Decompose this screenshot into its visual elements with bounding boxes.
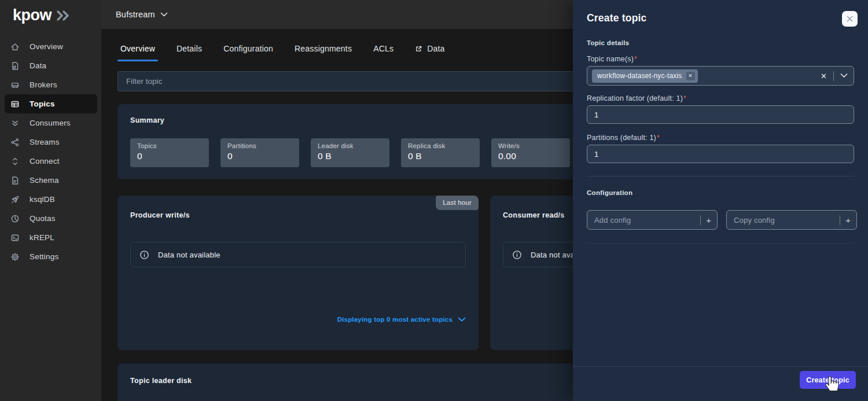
kpow-logo: kpow [13,6,71,24]
sidebar-item-consumers[interactable]: Consumers [5,113,97,133]
field-label-text: Topic name(s) [587,55,634,63]
partitions-input[interactable] [587,145,854,163]
stat-value: 0 [227,151,292,161]
sidebar-item-settings[interactable]: Settings [5,247,97,266]
stat-value: 0 B [318,151,382,161]
create-topic-button[interactable]: Create topic [800,371,856,389]
copy-config-select[interactable]: Copy config + [726,210,857,230]
tab-label: Details [176,44,202,53]
connect-icon [10,157,20,166]
replication-factor-label: Replication factor (default: 1)* [587,94,686,102]
sidebar-item-streams[interactable]: Streams [5,133,97,152]
close-icon [846,15,854,23]
replication-factor-input[interactable] [587,105,854,124]
sidebar-item-topics[interactable]: Topics [5,94,97,113]
tab-acls[interactable]: ACLs [373,44,393,61]
ksqldb-icon [10,195,20,204]
sidebar-item-data[interactable]: Data [5,56,97,75]
alert-message: Data not available [158,251,220,259]
sidebar-item-schema[interactable]: Schema [5,171,97,190]
kpow-logo-text: kpow [13,6,52,24]
select-placeholder: Add config [594,216,631,225]
brokers-icon [10,80,20,90]
tab-label: Data [427,44,444,53]
field-label-text: Replication factor (default: 1) [587,94,683,102]
stat-topics: Topics 0 [130,138,209,167]
sidebar-item-brokers[interactable]: Brokers [5,75,97,94]
producer-panel-title: Producer write/s [130,211,190,219]
sidebar-item-label: Brokers [30,80,57,89]
stat-replica-disk: Replica disk 0 B [401,138,480,167]
stat-value: 0.00 [498,151,563,161]
tab-data[interactable]: Data [415,44,444,61]
stat-label: Topics [137,142,202,149]
sidebar-item-ksqldb[interactable]: ksqlDB [5,190,97,209]
chevron-down-icon[interactable] [160,12,168,17]
chevron-down-icon[interactable] [840,73,848,78]
streams-icon [10,138,20,147]
sidebar-item-quotas[interactable]: Quotas [5,209,97,228]
tab-label: Reassignments [295,44,352,53]
tab-label: Configuration [223,44,273,53]
topic-details-section-label: Topic details [587,39,629,46]
section-divider [587,243,854,244]
configuration-section-label: Configuration [587,189,632,196]
sidebar-item-label: Consumers [30,119,71,127]
summary-stats: Topics 0 Partitions 0 Leader disk 0 B Re… [130,138,570,167]
create-topic-drawer: Create topic Topic details Topic name(s)… [573,0,868,401]
sidebar-item-label: kREPL [30,233,54,242]
topic-name-multiselect[interactable]: workflow-dataset-nyc-taxis ✕ ✕ [587,66,854,86]
tab-configuration[interactable]: Configuration [223,44,273,61]
divider [840,215,840,225]
external-link-icon [415,45,422,53]
topic-tabs: Overview Details Configuration Reassignm… [120,44,445,61]
sidebar-nav: Overview Data Brokers Topics Consumers S… [5,37,97,266]
field-label-text: Partitions (default: 1) [587,134,656,142]
schema-icon [10,176,20,185]
required-mark: * [634,55,637,63]
cluster-selector[interactable]: Bufstream [116,10,155,19]
sidebar-item-krepl[interactable]: kREPL [5,228,97,247]
add-config-select[interactable]: Add config + [587,210,718,230]
sidebar-item-label: ksqlDB [30,195,55,204]
quotas-icon [10,214,20,223]
top-active-topics-link[interactable]: Displaying top 0 most active topics [337,316,466,323]
required-mark: * [683,94,686,102]
tab-details[interactable]: Details [176,44,202,61]
consumer-panel-title: Consumer read/s [503,211,565,219]
sidebar: kpow Overview Data Brokers Top [0,0,101,401]
stat-value: 0 B [408,151,473,161]
tab-reassignments[interactable]: Reassignments [295,44,352,61]
data-icon [10,61,20,71]
sidebar-item-label: Settings [30,252,58,261]
footer-divider [573,366,868,367]
stat-label: Replica disk [408,142,473,149]
sidebar-item-label: Quotas [30,214,56,223]
producer-writes-panel: Last hour Producer write/s Data not avai… [117,196,479,350]
plus-icon[interactable]: + [706,215,711,225]
sidebar-item-connect[interactable]: Connect [5,152,97,171]
divider [833,71,834,81]
home-icon [10,42,20,51]
plus-icon[interactable]: + [845,215,851,225]
topics-icon [10,100,20,109]
stat-label: Leader disk [318,142,382,149]
required-mark: * [657,134,660,142]
time-range-badge[interactable]: Last hour [436,196,479,210]
info-icon [512,250,522,260]
select-placeholder: Copy config [734,216,775,225]
data-not-available-alert: Data not available [130,242,466,267]
stat-label: Partitions [227,142,292,149]
chip-remove-icon[interactable]: ✕ [686,72,695,80]
sidebar-item-label: Schema [30,176,59,185]
leader-disk-panel-title: Topic leader disk [130,377,192,385]
tab-overview[interactable]: Overview [120,44,155,61]
close-button[interactable] [842,11,858,27]
stat-partitions: Partitions 0 [220,138,299,167]
tab-label: Overview [120,44,155,53]
stat-writes: Write/s 0.00 [491,138,570,167]
stat-value: 0 [137,151,202,161]
section-divider [587,176,854,176]
clear-all-icon[interactable]: ✕ [821,72,827,80]
sidebar-item-overview[interactable]: Overview [5,37,97,56]
